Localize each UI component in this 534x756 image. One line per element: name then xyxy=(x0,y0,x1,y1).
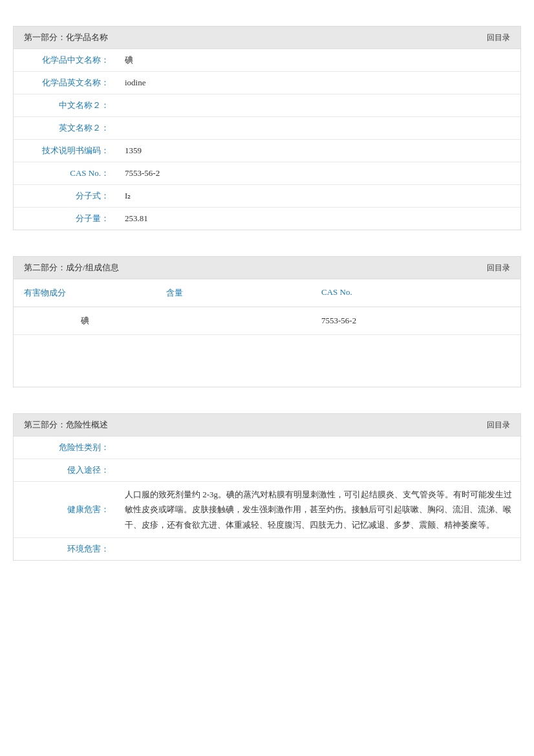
field-chinese-name2-value xyxy=(117,100,520,111)
field-tech-code-label: 技术说明书编码： xyxy=(14,140,117,162)
section3-header: 第三部分：危险性概述 回目录 xyxy=(14,414,520,437)
section1-nav-link[interactable]: 回目录 xyxy=(487,32,510,43)
field-english-name: 化学品英文名称： iodine xyxy=(14,72,520,94)
field-health-hazard: 健康危害： 人口服的致死剂量约 2-3g。碘的蒸汽对粘膜有明显刺激性，可引起结膜… xyxy=(14,482,520,538)
field-molecular-formula-label: 分子式： xyxy=(14,185,117,207)
field-chinese-name: 化学品中文名称： 碘 xyxy=(14,49,520,72)
field-chinese-name-label: 化学品中文名称： xyxy=(14,49,117,71)
field-english-name-label: 化学品英文名称： xyxy=(14,72,117,94)
field-health-hazard-label: 健康危害： xyxy=(14,499,117,521)
field-tech-code: 技术说明书编码： 1359 xyxy=(14,140,520,162)
field-cas-no: CAS No.： 7553-56-2 xyxy=(14,162,520,185)
field-hazard-category-label: 危险性类别： xyxy=(14,437,117,459)
field-health-hazard-value: 人口服的致死剂量约 2-3g。碘的蒸汽对粘膜有明显刺激性，可引起结膜炎、支气管炎… xyxy=(117,482,520,537)
section2-nav-link[interactable]: 回目录 xyxy=(487,263,510,274)
field-cas-no-label: CAS No.： xyxy=(14,162,117,184)
section1-header: 第一部分：化学品名称 回目录 xyxy=(14,27,520,49)
section1-title: 第一部分：化学品名称 xyxy=(24,32,108,43)
field-english-name2-label: 英文名称２： xyxy=(14,117,117,139)
col-hazardous-header: 有害物成分 xyxy=(14,285,156,301)
row-hazardous: 碘 xyxy=(14,312,156,329)
field-entry-route-label: 侵入途径： xyxy=(14,459,117,481)
section2: 第二部分：成分/组成信息 回目录 有害物成分 含量 CAS No. 碘 7553… xyxy=(13,256,521,387)
field-english-name2: 英文名称２： xyxy=(14,117,520,140)
field-molecular-weight-label: 分子量： xyxy=(14,208,117,230)
field-hazard-category: 危险性类别： xyxy=(14,437,520,459)
section2-title: 第二部分：成分/组成信息 xyxy=(24,262,119,274)
field-molecular-weight: 分子量： 253.81 xyxy=(14,208,520,230)
field-cas-no-value: 7553-56-2 xyxy=(117,163,520,184)
row-cas: 7553-56-2 xyxy=(311,313,520,329)
field-chinese-name2-label: 中文名称２： xyxy=(14,94,117,116)
table-row: 碘 7553-56-2 xyxy=(14,307,520,335)
section3-nav-link[interactable]: 回目录 xyxy=(487,420,510,431)
field-molecular-formula-value: I₂ xyxy=(117,186,520,206)
field-hazard-category-value xyxy=(117,442,520,453)
section2-empty-space xyxy=(14,335,520,387)
field-chinese-name2: 中文名称２： xyxy=(14,94,520,117)
field-entry-route: 侵入途径： xyxy=(14,459,520,482)
table-header: 有害物成分 含量 CAS No. xyxy=(14,279,520,307)
field-env-hazard-value xyxy=(117,544,520,554)
field-molecular-formula: 分子式： I₂ xyxy=(14,185,520,208)
field-english-name2-value xyxy=(117,123,520,133)
section3-title: 第三部分：危险性概述 xyxy=(24,419,108,431)
section1: 第一部分：化学品名称 回目录 化学品中文名称： 碘 化学品英文名称： iodin… xyxy=(13,26,521,230)
field-tech-code-value: 1359 xyxy=(117,140,520,161)
section2-header: 第二部分：成分/组成信息 回目录 xyxy=(14,257,520,279)
field-molecular-weight-value: 253.81 xyxy=(117,208,520,229)
field-english-name-value: iodine xyxy=(117,72,520,93)
field-entry-route-value xyxy=(117,465,520,475)
field-env-hazard-label: 环境危害： xyxy=(14,538,117,560)
field-chinese-name-value: 碘 xyxy=(117,49,520,71)
col-content-header: 含量 xyxy=(156,285,311,301)
col-cas-header: CAS No. xyxy=(311,285,520,301)
row-content xyxy=(156,318,311,323)
section3: 第三部分：危险性概述 回目录 危险性类别： 侵入途径： 健康危害： 人口服的致死… xyxy=(13,413,521,561)
field-env-hazard: 环境危害： xyxy=(14,538,520,560)
